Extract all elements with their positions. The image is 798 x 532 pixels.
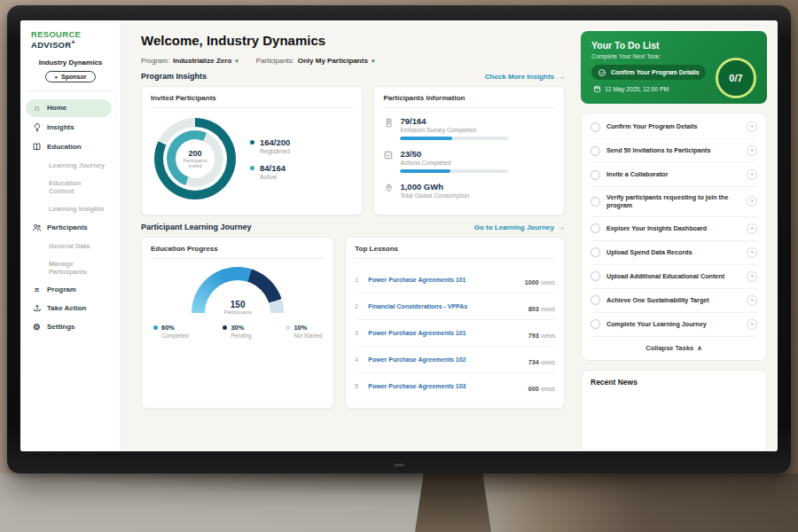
lesson-link[interactable]: Power Purchase Agreements 102 <box>368 356 522 363</box>
task-label: Invite a Collaborator <box>606 170 740 178</box>
task-label: Send 50 Invitations to Participants <box>606 146 740 154</box>
participants-information-card: Participants Information 79/164 Emission… <box>373 86 565 215</box>
recent-news-card: Recent News <box>581 370 767 451</box>
lesson-views-label: views <box>541 386 555 392</box>
sidebar-item-insights[interactable]: Insights <box>26 118 112 137</box>
task-row[interactable]: Invite a Collaborator › <box>591 163 757 187</box>
lesson-link[interactable]: Power Purchase Agreements 103 <box>368 383 522 389</box>
sidebar-item-label: Insights <box>47 123 74 131</box>
task-row[interactable]: Verify participants requesting to join t… <box>591 187 757 217</box>
program-filter-dropdown[interactable]: Program: Industrialize Zero ▾ <box>141 57 239 65</box>
sidebar-item-label: Home <box>47 104 66 112</box>
sidebar-item-manage-participants[interactable]: Manage Participants <box>26 255 112 280</box>
chevron-right-icon[interactable]: › <box>747 145 757 156</box>
task-checkbox[interactable] <box>591 319 600 329</box>
task-row[interactable]: Complete Your Learning Journey › <box>591 313 757 337</box>
task-checkbox[interactable] <box>591 295 600 305</box>
sidebar-item-take-action[interactable]: Take Action <box>26 299 112 317</box>
chevron-right-icon[interactable]: › <box>747 223 757 234</box>
legend-value: 164/200 <box>260 137 290 147</box>
task-checkbox[interactable] <box>591 223 600 233</box>
card-title: Education Progress <box>151 245 325 259</box>
gauge-center-label: Participants <box>192 309 284 315</box>
task-checkbox[interactable] <box>591 247 600 257</box>
lesson-link[interactable]: Financial Considerations - VPPAs <box>368 303 522 309</box>
lesson-views-value: 600 <box>528 385 539 393</box>
task-row[interactable]: Confirm Your Program Details › <box>591 115 757 139</box>
legend-value: 30% <box>231 324 251 332</box>
sidebar-item-home[interactable]: ⌂ Home <box>26 99 112 117</box>
sidebar-item-participants[interactable]: Participants <box>26 218 112 237</box>
go-to-learning-journey-link[interactable]: Go to Learning Journey → <box>474 223 565 231</box>
sidebar-item-learning-insights[interactable]: Learning Insights <box>26 200 112 217</box>
task-checkbox[interactable] <box>591 197 600 207</box>
sidebar-item-settings[interactable]: ⚙ Settings <box>26 318 112 336</box>
program-filter-label: Program: <box>141 57 169 65</box>
sidebar-item-label: Manage Participants <box>49 260 106 276</box>
collapse-tasks-button[interactable]: Collapse Tasks ∧ <box>591 337 757 360</box>
lesson-rank: 4 <box>355 356 363 363</box>
page-title: Welcome, Industry Dynamics <box>141 33 565 48</box>
task-checkbox[interactable] <box>591 271 600 281</box>
home-icon: ⌂ <box>32 104 42 113</box>
participants-filter-value: Only My Participants <box>298 57 368 65</box>
chevron-right-icon[interactable]: › <box>747 319 757 330</box>
stat-value: 79/164 <box>400 116 508 126</box>
chevron-right-icon[interactable]: › <box>747 169 757 180</box>
chevron-right-icon[interactable]: › <box>747 121 757 132</box>
collapse-icon: ∧ <box>697 344 702 352</box>
task-row[interactable]: Achieve One Sustainability Target › <box>591 289 757 313</box>
task-row[interactable]: Upload Spend Data Records › <box>591 241 757 265</box>
progress-fill <box>400 137 452 140</box>
chevron-down-icon: ▾ <box>372 58 375 65</box>
chevron-right-icon[interactable]: › <box>747 247 757 258</box>
task-checkbox[interactable] <box>591 122 600 132</box>
sidebar-item-label: Take Action <box>47 304 86 312</box>
lesson-row: 4 Power Purchase Agreements 102 734views <box>355 347 555 373</box>
participants-filter-dropdown[interactable]: Participants: Only My Participants ▾ <box>256 57 375 65</box>
due-date-text: 12 May 2025, 12:00 PM <box>605 86 669 92</box>
sidebar-item-program[interactable]: ≡ Program <box>26 281 112 299</box>
task-row[interactable]: Send 50 Invitations to Participants › <box>591 139 757 163</box>
gear-icon: ⚙ <box>32 323 42 332</box>
monitor-stand <box>415 470 491 532</box>
card-title: Top Lessons <box>355 245 555 259</box>
task-checkbox[interactable] <box>591 170 600 180</box>
upload-icon <box>32 303 42 313</box>
lesson-views-label: views <box>541 306 555 312</box>
lesson-link[interactable]: Power Purchase Agreements 101 <box>368 330 522 336</box>
monitor-bezel: RESOURCE ADVISOR+ Industry Dynamics ● Sp… <box>7 5 791 473</box>
arrow-right-icon: → <box>558 223 565 231</box>
lesson-row: 3 Power Purchase Agreements 101 793views <box>355 320 555 347</box>
stat-value: 23/50 <box>400 149 508 159</box>
legend-item-active: 84/164 Active <box>250 163 290 180</box>
sidebar-item-label: Participants <box>47 223 88 231</box>
lesson-views-value: 793 <box>528 332 539 340</box>
sidebar-item-learning-journey[interactable]: Learning Journey <box>26 157 112 174</box>
sidebar-item-education[interactable]: Education <box>26 137 112 156</box>
progress-fill <box>400 169 450 173</box>
emission-survey-progress-bar <box>400 137 508 140</box>
task-checkbox[interactable] <box>591 146 600 156</box>
lesson-views-value: 734 <box>528 358 539 366</box>
chevron-right-icon[interactable]: › <box>747 271 757 282</box>
filters-row: Program: Industrialize Zero ▾ Participan… <box>141 57 565 65</box>
legend-value: 10% <box>293 324 322 332</box>
check-more-insights-link[interactable]: Check More Insights → <box>485 73 565 81</box>
lesson-link[interactable]: Power Purchase Agreements 101 <box>368 277 519 283</box>
chevron-right-icon[interactable]: › <box>747 196 757 207</box>
next-task-label: Confirm Your Program Details <box>611 69 700 75</box>
chevron-right-icon[interactable]: › <box>747 295 757 306</box>
task-row[interactable]: Upload Additional Educational Content › <box>591 265 757 289</box>
lesson-views-label: views <box>541 332 555 339</box>
invited-participants-card: Invited Participants 200 Participants In… <box>141 86 363 215</box>
next-task-pill[interactable]: Confirm Your Program Details <box>591 65 706 80</box>
stat-actions-completed: 23/50 Actions Completed <box>383 149 555 173</box>
task-row[interactable]: Explore Your Insights Dashboard › <box>591 217 757 241</box>
sidebar-item-general-data[interactable]: General Data <box>26 238 112 254</box>
lesson-row: 5 Power Purchase Agreements 103 600views <box>355 373 555 399</box>
sidebar-item-education-content[interactable]: Education Content <box>26 175 112 200</box>
task-label: Verify participants requesting to join t… <box>606 193 740 210</box>
legend-dot <box>153 325 158 330</box>
task-label: Confirm Your Program Details <box>606 122 740 130</box>
